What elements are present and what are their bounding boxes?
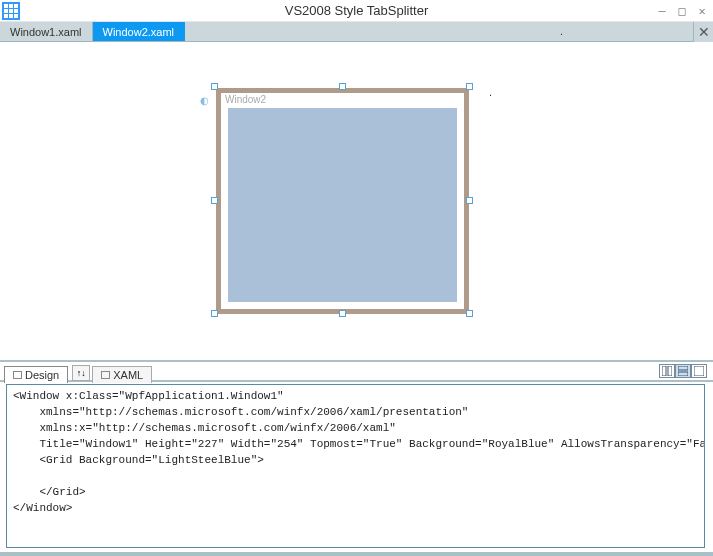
xaml-code-editor[interactable]: <Window x:Class="WpfApplication1.Window1… bbox=[6, 384, 705, 548]
snap-glyph-icon: ◐ bbox=[200, 95, 209, 106]
preview-grid-body[interactable] bbox=[228, 108, 457, 302]
svg-rect-0 bbox=[662, 366, 666, 376]
designer-window-preview[interactable]: Window2 bbox=[216, 88, 469, 314]
code-line: xmlns="http://schemas.microsoft.com/winf… bbox=[13, 406, 468, 418]
svg-rect-1 bbox=[668, 366, 672, 376]
design-tab[interactable]: Design bbox=[4, 366, 68, 383]
tab-window1[interactable]: Window1.xaml bbox=[0, 22, 93, 41]
svg-rect-2 bbox=[678, 366, 688, 370]
close-button[interactable]: ✕ bbox=[695, 4, 709, 18]
tab-close-button[interactable]: ✕ bbox=[693, 22, 713, 42]
svg-rect-4 bbox=[694, 366, 704, 376]
app-icon bbox=[2, 2, 20, 20]
code-line: </Window> bbox=[13, 502, 72, 514]
designer-surface[interactable]: Window2 ◐ . bbox=[0, 42, 713, 360]
split-layout-buttons bbox=[659, 364, 707, 378]
preview-titlebar: Window2 bbox=[221, 93, 464, 106]
code-line: <Grid Background="LightSteelBlue"> bbox=[13, 454, 264, 466]
resize-handle-sw[interactable] bbox=[211, 310, 218, 317]
svg-rect-3 bbox=[678, 372, 688, 376]
layout-horizontal-button[interactable] bbox=[675, 364, 691, 378]
layout-vertical-button[interactable] bbox=[659, 364, 675, 378]
code-line: <Window x:Class="WpfApplication1.Window1… bbox=[13, 390, 284, 402]
swap-panes-button[interactable]: ↑↓ bbox=[72, 365, 90, 381]
design-xaml-splitter[interactable]: Design ↑↓ XAML bbox=[0, 360, 713, 382]
titlebar[interactable]: VS2008 Style TabSplitter — □ ✕ bbox=[0, 0, 713, 22]
designer-marker: . bbox=[489, 86, 492, 98]
code-line: </Grid> bbox=[13, 486, 86, 498]
code-line: xmlns:x="http://schemas.microsoft.com/wi… bbox=[13, 422, 396, 434]
xaml-pane-icon bbox=[101, 371, 110, 379]
window-title: VS2008 Style TabSplitter bbox=[285, 3, 429, 18]
xaml-tab-label: XAML bbox=[113, 369, 143, 381]
resize-handle-ne[interactable] bbox=[466, 83, 473, 90]
tab-overflow-indicator: . bbox=[560, 25, 563, 37]
design-pane-icon bbox=[13, 371, 22, 379]
document-tabstrip: Window1.xaml Window2.xaml . ✕ bbox=[0, 22, 713, 42]
design-tab-label: Design bbox=[25, 369, 59, 381]
window-controls: — □ ✕ bbox=[655, 4, 709, 18]
minimize-button[interactable]: — bbox=[655, 4, 669, 18]
bottom-border bbox=[0, 552, 713, 556]
xaml-tab[interactable]: XAML bbox=[92, 366, 152, 383]
maximize-button[interactable]: □ bbox=[675, 4, 689, 18]
layout-collapse-button[interactable] bbox=[691, 364, 707, 378]
resize-handle-se[interactable] bbox=[466, 310, 473, 317]
resize-handle-n[interactable] bbox=[339, 83, 346, 90]
tab-window2[interactable]: Window2.xaml bbox=[93, 22, 186, 41]
resize-handle-s[interactable] bbox=[339, 310, 346, 317]
resize-handle-w[interactable] bbox=[211, 197, 218, 204]
resize-handle-e[interactable] bbox=[466, 197, 473, 204]
code-line: Title="Window1" Height="227" Width="254"… bbox=[13, 438, 705, 450]
resize-handle-nw[interactable] bbox=[211, 83, 218, 90]
